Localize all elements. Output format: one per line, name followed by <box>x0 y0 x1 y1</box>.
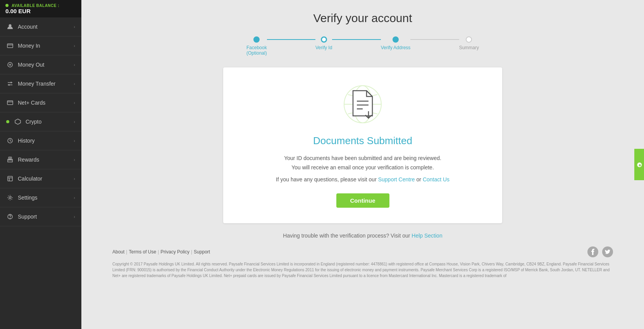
sidebar-label-net-cards: Net+ Cards <box>18 100 45 106</box>
contact-us-link[interactable]: Contact Us <box>423 176 449 183</box>
footer-link-privacy[interactable]: Privacy Policy <box>160 249 189 255</box>
progress-line-3 <box>410 39 459 40</box>
rewards-icon <box>6 156 14 164</box>
sidebar-item-support[interactable]: Support › <box>0 207 81 226</box>
step-label-verify-address: Verify Address <box>381 45 411 50</box>
sidebar-item-history[interactable]: History › <box>0 131 81 150</box>
chevron-icon: › <box>74 214 75 219</box>
social-icons <box>587 246 613 257</box>
sidebar-item-rewards[interactable]: Rewards › <box>0 150 81 169</box>
available-label: AVAILABLE BALANCE : <box>12 3 59 8</box>
calculator-icon <box>6 175 14 183</box>
settings-icon <box>6 194 14 202</box>
account-icon <box>6 23 14 31</box>
chevron-icon: › <box>74 43 75 48</box>
sidebar-item-money-out[interactable]: Money Out › <box>0 55 81 74</box>
sidebar-item-money-transfer[interactable]: Money Transfer › <box>0 74 81 93</box>
continue-button[interactable]: Continue <box>336 193 389 208</box>
content-area: Verify your account Facebook(Optional) V… <box>81 0 644 329</box>
progress-line-2 <box>332 39 381 40</box>
support-centre-link[interactable]: Support Centre <box>378 176 415 183</box>
sidebar: AVAILABLE BALANCE : 0.00 EUR Account › M… <box>0 0 81 329</box>
copyright-text: Copyright © 2017 Paysafe Holdings UK Lim… <box>112 261 613 279</box>
svg-rect-6 <box>7 101 13 105</box>
balance-bar: AVAILABLE BALANCE : 0.00 EUR <box>0 0 81 17</box>
support-line: If you have any questions, please visit … <box>276 176 449 183</box>
step-circle-verify-address <box>393 36 399 43</box>
step-circle-facebook <box>253 36 260 43</box>
footer-link-about[interactable]: About <box>112 249 124 255</box>
step-label-facebook: Facebook(Optional) <box>246 45 267 56</box>
sidebar-label-money-in: Money In <box>18 43 40 49</box>
progress-stepper: Facebook(Optional) Verify Id Verify Addr… <box>246 36 479 56</box>
svg-marker-8 <box>15 119 21 124</box>
sidebar-label-support: Support <box>18 214 37 220</box>
history-icon <box>6 137 14 145</box>
step-verify-address: Verify Address <box>381 36 411 50</box>
submitted-body-line2: You will receive an email once your veri… <box>291 164 434 171</box>
crypto-status-dot <box>6 120 9 123</box>
progress-line-1 <box>267 39 315 40</box>
submitted-body: Your ID documents have been submitted an… <box>284 154 441 172</box>
sidebar-label-crypto: Crypto <box>26 119 41 125</box>
support-or: or <box>415 176 423 183</box>
svg-point-15 <box>9 197 11 199</box>
facebook-social-icon[interactable] <box>587 246 598 257</box>
support-icon <box>6 213 14 220</box>
sidebar-label-calculator: Calculator <box>18 176 42 182</box>
crypto-icon <box>14 118 22 126</box>
trouble-prefix: Having trouble with the verification pro… <box>283 233 412 239</box>
footer-link-support[interactable]: Support <box>194 249 210 255</box>
sidebar-label-rewards: Rewards <box>18 157 39 163</box>
submitted-icon-wrapper <box>341 83 384 126</box>
footer: About | Terms of Use | Privacy Policy | … <box>97 239 629 282</box>
step-label-verify-id: Verify Id <box>315 45 332 50</box>
sidebar-item-settings[interactable]: Settings › <box>0 188 81 207</box>
feedback-tab[interactable]: Feedback <box>635 149 644 180</box>
step-circle-summary <box>466 36 472 43</box>
chevron-icon: › <box>74 176 75 181</box>
main-content: Verify your account Facebook(Optional) V… <box>81 0 644 329</box>
submitted-title: Documents Submitted <box>313 135 412 147</box>
svg-rect-12 <box>8 176 12 181</box>
sidebar-label-money-transfer: Money Transfer <box>18 81 55 87</box>
sidebar-label-account: Account <box>18 24 38 30</box>
chevron-icon: › <box>74 100 75 105</box>
step-summary: Summary <box>459 36 479 50</box>
sidebar-label-money-out: Money Out <box>18 62 44 68</box>
sidebar-item-net-cards[interactable]: Net+ Cards › <box>0 93 81 112</box>
balance-amount: 0.00 EUR <box>5 8 76 14</box>
support-prefix: If you have any questions, please visit … <box>276 176 378 183</box>
money-transfer-icon <box>6 80 14 88</box>
sidebar-label-settings: Settings <box>18 195 38 201</box>
step-facebook: Facebook(Optional) <box>246 36 267 56</box>
chevron-icon: › <box>74 62 75 67</box>
chevron-icon: › <box>74 157 75 162</box>
footer-links: About | Terms of Use | Privacy Policy | … <box>112 246 613 257</box>
sidebar-item-crypto[interactable]: Crypto › <box>0 112 81 131</box>
twitter-social-icon[interactable] <box>602 246 613 257</box>
trouble-line: Having trouble with the verification pro… <box>283 233 442 239</box>
help-section-link[interactable]: Help Section <box>412 233 442 239</box>
money-out-icon <box>6 61 14 69</box>
submitted-body-line1: Your ID documents have been submitted an… <box>284 155 441 161</box>
chevron-icon: › <box>74 119 75 124</box>
footer-link-terms[interactable]: Terms of Use <box>129 249 156 255</box>
footer-link-group: About | Terms of Use | Privacy Policy | … <box>112 249 210 255</box>
step-circle-verify-id <box>321 36 327 43</box>
document-icon <box>349 89 376 120</box>
sidebar-item-account[interactable]: Account › <box>0 17 81 36</box>
svg-rect-10 <box>8 159 12 162</box>
chevron-icon: › <box>74 195 75 200</box>
sidebar-item-money-in[interactable]: Money In › <box>0 36 81 55</box>
chevron-icon: › <box>74 81 75 86</box>
step-verify-id: Verify Id <box>315 36 332 50</box>
chevron-icon: › <box>74 24 75 29</box>
net-cards-icon <box>6 99 14 107</box>
svg-point-17 <box>10 218 10 219</box>
sidebar-item-calculator[interactable]: Calculator › <box>0 169 81 188</box>
verification-card: Documents Submitted Your ID documents ha… <box>223 67 502 223</box>
chevron-icon: › <box>74 138 75 143</box>
svg-rect-1 <box>7 44 13 48</box>
money-in-icon <box>6 42 14 50</box>
